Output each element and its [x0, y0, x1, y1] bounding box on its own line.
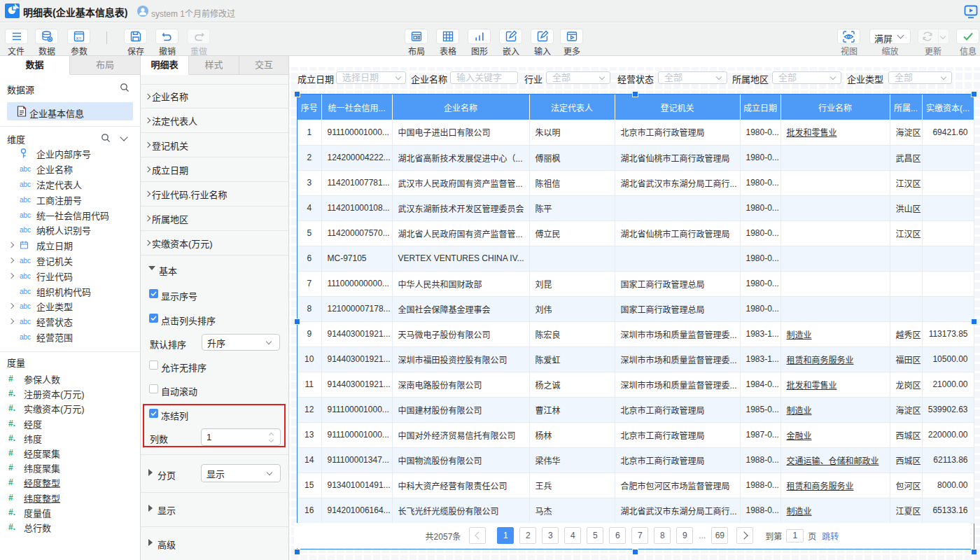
svg-text:x=: x=	[76, 35, 82, 41]
